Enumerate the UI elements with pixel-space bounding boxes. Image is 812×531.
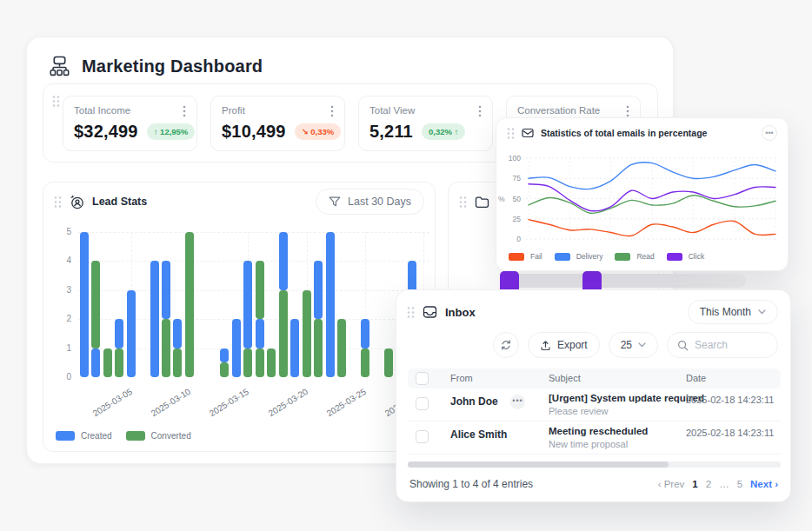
search-input[interactable] bbox=[695, 339, 768, 351]
legend-item-click: Click bbox=[667, 252, 704, 261]
stat-label: Total Income bbox=[74, 105, 130, 116]
row-checkbox[interactable] bbox=[416, 397, 429, 410]
row-from: John Doe bbox=[450, 395, 498, 408]
refresh-button[interactable] bbox=[493, 332, 519, 358]
export-button[interactable]: Export bbox=[528, 332, 600, 358]
legend-item-converted: Converted bbox=[126, 431, 191, 441]
hidden-chart-scroll-track[interactable] bbox=[500, 274, 746, 288]
table-row[interactable]: John Doe•••[Urgent] System update requir… bbox=[408, 388, 781, 421]
bar-segment-converted bbox=[267, 348, 276, 377]
bar-segment-converted bbox=[361, 348, 369, 377]
row-subject: Meeting rescheduled bbox=[549, 426, 648, 436]
kebab-menu-icon[interactable] bbox=[626, 105, 629, 117]
bar-segment-created bbox=[232, 319, 241, 377]
stat-card-top: Profit bbox=[222, 105, 334, 117]
y-axis-tick-label: 4 bbox=[56, 256, 71, 265]
y-axis-tick-label: 2 bbox=[56, 314, 71, 323]
pagination-ellipsis: … bbox=[719, 479, 729, 489]
bar-segment-converted bbox=[256, 261, 264, 319]
stat-badge: ↑ 12,95% bbox=[147, 123, 196, 140]
folder-icon bbox=[475, 196, 489, 209]
dashboard-header: Marketing Dashboard bbox=[49, 48, 263, 84]
bar-segment-created bbox=[80, 232, 89, 377]
y-axis-tick-label: 75 bbox=[503, 174, 521, 183]
drag-handle-icon[interactable] bbox=[52, 95, 60, 108]
horizontal-scrollbar[interactable] bbox=[408, 461, 781, 468]
bar-segment-created bbox=[279, 232, 288, 290]
y-axis-tick-label: 1 bbox=[56, 343, 71, 353]
legend-color-chip bbox=[555, 253, 570, 261]
legend-color-chip bbox=[667, 253, 682, 261]
drag-handle-icon[interactable] bbox=[459, 196, 467, 209]
upload-icon bbox=[540, 340, 551, 351]
bar-segment-created bbox=[243, 261, 252, 348]
drag-handle-icon[interactable] bbox=[407, 306, 415, 319]
pagination-page-2[interactable]: 2 bbox=[706, 479, 711, 489]
inbox-icon bbox=[423, 305, 437, 319]
lead-stats-chart: 0123452025-03-052025-03-102025-03-152025… bbox=[43, 183, 435, 451]
entries-summary: Showing 1 to 4 of 4 entries bbox=[409, 478, 533, 490]
page: Marketing Dashboard Total Income$32,499↑… bbox=[0, 0, 812, 531]
pagination-page-1[interactable]: 1 bbox=[692, 479, 697, 489]
bar-segment-converted bbox=[91, 261, 100, 348]
legend-color-chip bbox=[615, 253, 630, 261]
bar-segment-converted bbox=[303, 290, 311, 377]
bar bbox=[185, 232, 194, 377]
legend-color-chip bbox=[126, 431, 145, 441]
inbox-card: Inbox This Month bbox=[396, 289, 791, 502]
stat-card-top: Conversation Rate bbox=[517, 105, 629, 117]
kebab-menu-icon[interactable] bbox=[478, 105, 482, 117]
stat-badge: ↘ 0,33% bbox=[295, 123, 342, 140]
legend-item-read: Read bbox=[615, 252, 654, 261]
bar-segment-created bbox=[220, 348, 229, 363]
bar bbox=[162, 261, 170, 377]
stat-badge: 0,32% ↑ bbox=[422, 123, 465, 140]
pagination-page-5[interactable]: 5 bbox=[737, 479, 742, 489]
pagination-next[interactable]: Next › bbox=[750, 479, 778, 489]
bar-segment-converted bbox=[185, 232, 194, 377]
bar-segment-created bbox=[91, 348, 100, 377]
bar-segment-converted bbox=[220, 362, 229, 377]
stat-label: Conversation Rate bbox=[517, 105, 600, 116]
stat-card-bottom: 5,2110,32% ↑ bbox=[369, 122, 482, 142]
period-dropdown[interactable]: This Month bbox=[688, 300, 778, 324]
x-axis-tick-label: 2025-03-20 bbox=[266, 387, 309, 418]
bar-segment-converted bbox=[279, 290, 288, 377]
period-label: This Month bbox=[700, 306, 751, 318]
scrollbar-thumb[interactable] bbox=[408, 461, 669, 468]
x-axis-tick-label: 2025-03-15 bbox=[208, 387, 250, 418]
table-row[interactable]: Alice SmithMeeting rescheduledNew time p… bbox=[408, 421, 781, 455]
bar bbox=[91, 261, 100, 377]
bar bbox=[115, 319, 123, 377]
stat-card-total-view: Total View5,2110,32% ↑ bbox=[358, 96, 493, 151]
legend-label: Created bbox=[81, 431, 112, 441]
stat-card-bottom: $32,499↑ 12,95% bbox=[74, 122, 186, 142]
email-stats-card: Statistics of total emails in percentage… bbox=[496, 117, 789, 271]
hidden-chart-bar bbox=[500, 271, 519, 289]
bar bbox=[127, 290, 136, 377]
row-checkbox[interactable] bbox=[416, 430, 429, 443]
legend-label: Click bbox=[689, 252, 704, 261]
stat-card-profit: Profit$10,499↘ 0,33% bbox=[210, 96, 345, 151]
bar bbox=[279, 232, 288, 377]
row-date: 2025-02-18 14:23:11 bbox=[686, 395, 774, 405]
legend-color-chip bbox=[509, 253, 524, 261]
kebab-menu-icon[interactable] bbox=[183, 105, 186, 117]
column-header-subject: Subject bbox=[549, 373, 581, 383]
bar bbox=[220, 348, 229, 377]
bar bbox=[314, 261, 323, 377]
stat-value: 5,211 bbox=[369, 122, 413, 142]
stat-value: $32,499 bbox=[74, 122, 138, 142]
bar bbox=[267, 348, 276, 377]
y-axis-tick-label: 0 bbox=[503, 235, 521, 243]
table-header-row: FromSubjectDate bbox=[408, 368, 781, 388]
kebab-menu-icon[interactable] bbox=[330, 105, 334, 117]
legend-label: Read bbox=[636, 252, 654, 261]
row-menu-button[interactable]: ••• bbox=[510, 395, 525, 409]
sitemap-icon bbox=[49, 56, 70, 77]
bar-segment-created bbox=[326, 232, 335, 377]
page-size-dropdown[interactable]: 25 bbox=[609, 332, 658, 358]
pagination-prev[interactable]: ‹ Prev bbox=[658, 479, 685, 489]
bar-segment-converted bbox=[173, 348, 182, 377]
select-all-checkbox[interactable] bbox=[416, 372, 429, 385]
